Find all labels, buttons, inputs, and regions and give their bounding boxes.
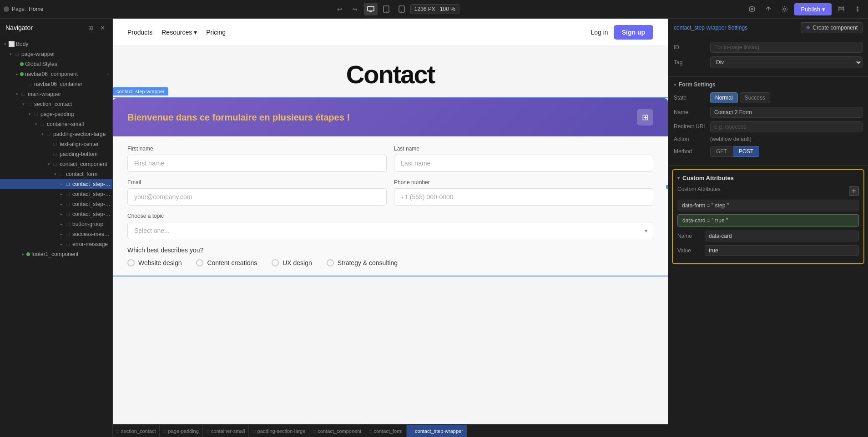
email-field: Email [127,179,387,206]
tree-item-text-align-center[interactable]: □ text-align-center [0,139,112,149]
radio-website-design[interactable]: Website design [127,259,182,266]
breadcrumb-contact-form[interactable]: □ contact_form [365,425,407,437]
nav-signup-button[interactable]: Sign up [614,25,653,40]
tree-item-footer1-component[interactable]: ▸ footer1_component [0,249,112,259]
breadcrumb-label: contact_form [373,428,403,434]
navigator-close-icon[interactable]: ✕ [98,23,107,32]
tree-label: page-wrapper [21,51,55,57]
topic-select[interactable]: Select one... [127,222,653,239]
phone-input[interactable] [394,188,653,206]
tree-label: success-message [72,231,112,237]
topic-select-wrapper: Select one... ▾ [127,222,653,239]
tree-item-section-contact[interactable]: ▾ □ section_contact [0,99,112,109]
tree-item-error-message[interactable]: ▸ □ error-message [0,239,112,249]
method-row: Method GET POST [674,146,863,157]
breadcrumb-padding-section-large[interactable]: □ padding-section-large [249,425,309,437]
tablet-view-button[interactable] [379,3,393,15]
tree-item-contact-step-wrapper-3[interactable]: ▸ □ contact_step-wrapper [0,199,112,209]
radio-content-creations[interactable]: Content creations [196,259,257,266]
breadcrumb-page-padding[interactable]: □ page-padding [160,425,202,437]
tag-select[interactable]: Div [710,56,863,68]
publish-button[interactable]: Publish ▾ [794,3,832,15]
tree-item-body[interactable]: ▾ ⬜ Body [0,39,112,49]
tree-item-contact-step-wrapper-1[interactable]: ▸ □ contact_step-wrapper [0,179,112,189]
id-input-wrapper [710,42,863,53]
tree-label: main-wrapper [28,91,61,97]
action-value: (webflow default) [710,136,752,142]
tree-item-button-group[interactable]: ▸ □ button-group [0,219,112,229]
tree-label: Body [16,41,28,47]
style-button[interactable] [834,3,848,15]
tree-item-navbar[interactable]: ▸ navbar06_component + [0,69,112,79]
page-name: Home [29,6,43,12]
first-name-input[interactable] [127,155,387,172]
create-component-button[interactable]: ❖ Create component [801,22,863,33]
state-normal-button[interactable]: Normal [710,92,738,103]
breadcrumb-section-contact[interactable]: □ section_contact [113,425,160,437]
radio-label: UX design [283,259,312,266]
nav-link-resources[interactable]: Resources ▾ [161,29,197,36]
tree-item-contact-form[interactable]: ▾ □ contact_form [0,169,112,179]
radio-ux-design[interactable]: UX design [272,259,312,266]
settings-link[interactable]: contact_step-wrapper Settings [674,25,747,31]
attr-item-2[interactable]: data-card = " true " [677,214,859,227]
state-buttons: Normal Success [710,92,770,103]
last-name-input[interactable] [394,155,653,172]
nav-link-products[interactable]: Products [127,29,152,36]
share-button[interactable] [762,3,775,15]
method-post-button[interactable]: POST [733,146,760,157]
tree-item-page-wrapper[interactable]: ▾ □ page-wrapper [0,49,112,59]
redirect-url-input[interactable] [710,121,863,132]
tree-item-navbar-container[interactable]: □ navbar06_container [0,79,112,89]
breadcrumb-container-small[interactable]: □ container-small [203,425,249,437]
nav-login[interactable]: Log in [591,29,608,36]
breadcrumb-icon: □ [369,429,372,434]
nav-link-pricing[interactable]: Pricing [206,29,226,36]
radio-strategy[interactable]: Strategy & consulting [327,259,398,266]
div-icon: □ [45,131,52,137]
tree-item-global-styles[interactable]: Global Styles [0,59,112,69]
tree-item-success-message[interactable]: ▸ □ success-message [0,229,112,239]
more-button[interactable] [851,3,864,15]
tree-item-container-small[interactable]: ▾ □ container-small [0,119,112,129]
id-row: ID [674,42,863,53]
chevron-icon: ▸ [58,212,65,216]
email-input[interactable] [127,188,387,206]
tree-item-page-padding[interactable]: ▾ □ page-padding [0,109,112,119]
state-row: State Normal Success [674,92,863,103]
breadcrumb-contact-component[interactable]: □ contact_component [309,425,365,437]
state-success-button[interactable]: Success [740,92,770,103]
attr-2-text: data-card = " true " [682,217,728,224]
radio-circle-icon [327,259,334,266]
mobile-view-button[interactable] [395,3,409,15]
method-get-button[interactable]: GET [710,146,733,157]
add-icon[interactable]: + [107,71,110,77]
body-icon: ⬜ [8,41,15,47]
breakpoints-button[interactable] [745,3,759,15]
tree-item-padding-bottom[interactable]: □ padding-bottom [0,149,112,159]
navigator-layout-icon[interactable]: ⊞ [86,23,95,32]
desktop-view-button[interactable] [364,3,378,15]
tree-item-contact-component[interactable]: ▾ □ contact_component [0,159,112,169]
settings-button[interactable] [778,3,792,15]
tree-item-contact-step-wrapper-2[interactable]: ▸ □ contact_step-wrapper [0,189,112,199]
tree-item-padding-section-large[interactable]: ▾ □ padding-section-large [0,129,112,139]
id-input[interactable] [710,42,863,53]
name-input[interactable] [710,107,863,118]
tree-item-contact-step-wrapper-4[interactable]: ▸ □ contact_step-wrapper [0,209,112,219]
attr-name-input[interactable] [705,231,859,241]
attr-item-1[interactable]: data-form = " step " [677,200,859,211]
redo-button[interactable]: ↪ [348,3,362,15]
breadcrumb-contact-step-wrapper[interactable]: □ contact_step-wrapper [407,425,467,437]
div-icon: □ [65,231,71,237]
custom-attrs-add-button[interactable]: + [849,186,859,196]
attr-name-label: Name [677,233,705,239]
custom-attrs-inner-header: Custom Attributes + [677,186,859,196]
tree-item-main-wrapper[interactable]: ▾ □ main-wrapper [0,89,112,99]
contact-step-wrapper-selected[interactable]: contact_step-wrapper Bienvenue dans ce f… [113,98,668,276]
chevron-icon: ▸ [14,72,20,76]
undo-button[interactable]: ↩ [333,3,347,15]
tree-label: container-small [47,121,84,127]
resize-handle-right[interactable] [666,185,668,189]
attr-value-input[interactable] [705,245,859,256]
